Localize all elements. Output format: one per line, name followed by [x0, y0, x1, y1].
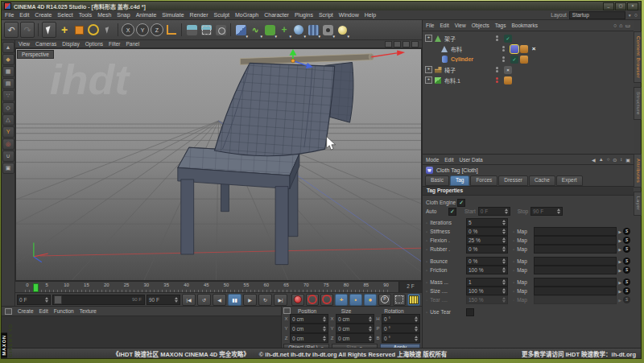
map-field[interactable]: [534, 278, 617, 287]
frame-tick-55[interactable]: 55: [244, 283, 250, 292]
nav-back-icon[interactable]: ◀: [592, 157, 596, 163]
chevron-right-icon[interactable]: ▶: [618, 298, 621, 303]
points-mode-icon[interactable]: ∵: [2, 90, 14, 101]
coordinate-field-p[interactable]: 0 °: [382, 324, 420, 333]
key-parameter-button[interactable]: P: [378, 294, 391, 306]
environment-icon[interactable]: ▾: [292, 23, 305, 37]
cache-tag-icon[interactable]: [520, 56, 528, 64]
fix-tag-icon[interactable]: ×: [530, 45, 538, 53]
map-field[interactable]: [534, 236, 617, 245]
polygons-mode-icon[interactable]: △: [2, 114, 14, 126]
coordinate-system-icon[interactable]: [165, 23, 178, 37]
frame-tick-65[interactable]: 65: [283, 283, 289, 292]
chevron-right-icon[interactable]: ▶: [618, 268, 621, 273]
key-position-button[interactable]: +: [335, 294, 348, 306]
maximize-button[interactable]: ▢: [615, 2, 626, 10]
record-keyframe-button[interactable]: [291, 294, 304, 306]
workplane-icon[interactable]: ▤: [2, 78, 14, 89]
lock-icon[interactable]: ▣: [2, 163, 14, 174]
viewport-menu-filter[interactable]: Filter: [109, 41, 120, 47]
visibility-dots[interactable]: [494, 77, 499, 83]
om-menu-file[interactable]: File: [426, 23, 434, 28]
spline-curve-icon[interactable]: s: [623, 266, 630, 274]
property-value-field[interactable]: 5: [466, 218, 508, 227]
coordinate-field-x[interactable]: 0 cm: [336, 314, 374, 324]
map-field[interactable]: [534, 245, 617, 254]
play-loop-button[interactable]: ↻: [258, 294, 272, 306]
menu-simulate[interactable]: Simulate: [162, 12, 184, 18]
pin-icon[interactable]: ▲: [599, 157, 604, 163]
timeline-mode-button[interactable]: [407, 294, 420, 306]
visibility-dots[interactable]: [494, 67, 499, 72]
lock-icon[interactable]: ⊙: [613, 157, 617, 163]
object-row-cylinder[interactable]: Cylinder✓: [423, 54, 634, 64]
chevron-right-icon[interactable]: ▶: [618, 229, 621, 234]
property-value-field[interactable]: 100 %: [466, 287, 508, 295]
pan-icon[interactable]: [385, 41, 392, 47]
panel-icon[interactable]: [283, 307, 291, 314]
chevron-right-icon[interactable]: ▶: [618, 238, 621, 243]
anim-dot-icon[interactable]: ◦: [426, 259, 427, 264]
frame-tick-35[interactable]: 35: [163, 283, 169, 292]
layout-dropdown[interactable]: Startup: [569, 11, 625, 19]
redo-icon[interactable]: ↷: [20, 22, 35, 38]
z-axis-lock-icon[interactable]: Z: [151, 23, 163, 37]
search-icon[interactable]: ○: [613, 23, 617, 29]
am-menu-user-data[interactable]: User Data: [459, 157, 482, 163]
magnet-icon[interactable]: ∪: [2, 151, 14, 162]
goto-start-button[interactable]: |◀: [182, 294, 196, 306]
frame-tick-20[interactable]: 20: [104, 283, 109, 292]
coordinate-field-b[interactable]: 0 °: [382, 333, 420, 343]
material-menu-texture[interactable]: Texture: [80, 308, 97, 314]
current-frame-field[interactable]: 2 F: [398, 282, 422, 292]
anim-dot-icon[interactable]: ◦: [426, 221, 427, 225]
menu-file[interactable]: File: [5, 12, 14, 18]
axis-mode-icon[interactable]: Y: [2, 126, 14, 138]
frame-tick-85[interactable]: 85: [363, 283, 369, 292]
object-row-椅子[interactable]: +椅子×: [423, 64, 634, 75]
dock-tab-layer[interactable]: Layer: [634, 192, 642, 216]
tab-tag[interactable]: Tag: [450, 175, 469, 186]
tab-forces[interactable]: Forces: [470, 175, 497, 186]
zoom-icon[interactable]: [402, 41, 410, 47]
viewport-menu-panel[interactable]: Panel: [126, 41, 140, 47]
expander-icon[interactable]: +: [425, 66, 432, 73]
am-menu-mode[interactable]: Mode: [426, 157, 439, 163]
step-forward-button[interactable]: ▶: [243, 294, 257, 306]
anim-dot-icon[interactable]: ◦: [426, 268, 427, 273]
om-menu-view[interactable]: View: [455, 23, 466, 28]
timeline-ruler[interactable]: 051015202530354045505560657075808590 2 F: [15, 281, 422, 292]
object-row-布料[interactable]: 布料×: [423, 43, 634, 54]
search-icon[interactable]: ○: [607, 157, 610, 163]
property-value-field[interactable]: 0 %: [466, 245, 508, 254]
scale-icon[interactable]: [72, 23, 85, 37]
check-tag-icon[interactable]: ✓: [504, 35, 512, 43]
expander-icon[interactable]: +: [425, 35, 432, 42]
material-menu-edit[interactable]: Edit: [39, 308, 48, 314]
menu-select[interactable]: Select: [57, 12, 72, 18]
home-icon[interactable]: ⌂: [619, 23, 622, 29]
dock-tab-attributes[interactable]: Attributes: [634, 154, 642, 188]
map-field[interactable]: [534, 227, 617, 236]
menu-mesh[interactable]: Mesh: [97, 12, 111, 18]
object-row-架子[interactable]: +架子✓: [423, 33, 634, 43]
object-name[interactable]: Cylinder: [451, 56, 501, 62]
frame-tick-5[interactable]: 5: [44, 283, 49, 292]
tab-expert[interactable]: Expert: [556, 175, 583, 186]
spline-curve-icon[interactable]: s: [623, 296, 630, 303]
x-axis-lock-icon[interactable]: X: [122, 23, 134, 37]
range-slider-handle[interactable]: [54, 295, 62, 304]
object-name[interactable]: 布料.1: [444, 76, 494, 85]
coordinate-field-z[interactable]: 0 cm: [290, 333, 328, 343]
coordinate-field-h[interactable]: 0 °: [382, 314, 420, 324]
menu-snap[interactable]: Snap: [117, 12, 130, 18]
anim-dot-icon[interactable]: ◦: [513, 229, 514, 234]
coordinate-field-y[interactable]: 0 cm: [290, 324, 328, 333]
keyframe-selection-button[interactable]: [320, 294, 333, 306]
anim-dot-icon[interactable]: ◦: [426, 238, 427, 243]
xcross-tag-icon[interactable]: ×: [504, 66, 512, 74]
tab-dresser[interactable]: Dresser: [498, 175, 528, 186]
edges-mode-icon[interactable]: ◇: [2, 102, 14, 113]
property-value-field[interactable]: 0 %: [466, 227, 508, 236]
frame-tick-90[interactable]: 90: [383, 283, 389, 292]
